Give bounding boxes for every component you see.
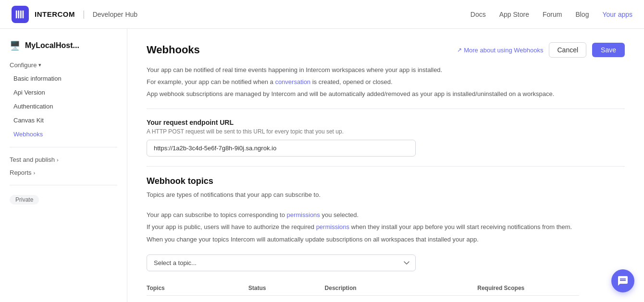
app-icon: 🖥️ (10, 40, 20, 51)
sidebar-divider-2 (10, 185, 117, 185)
sidebar: 🖥️ MyLocalHost... Configure ▾ Basic info… (0, 29, 127, 302)
sidebar-item-webhooks[interactable]: Webhooks (0, 127, 127, 141)
nav-blog[interactable]: Blog (575, 11, 589, 18)
pipe-divider: | (83, 9, 85, 19)
reports-arrow: › (34, 170, 36, 176)
page-title: Webhooks (147, 44, 200, 56)
configure-section[interactable]: Configure ▾ (0, 59, 127, 72)
more-about-webhooks-link[interactable]: ↗ More about using Webhooks (457, 47, 543, 54)
private-badge: Private (10, 195, 39, 205)
header: INTERCOM | Developer Hub Docs App Store … (0, 0, 644, 29)
col-required-scopes: Required Scopes (477, 285, 579, 291)
svg-rect-1 (18, 10, 19, 18)
sidebar-item-basic-information[interactable]: Basic information (0, 72, 127, 85)
nav-yourapps[interactable]: Your apps (602, 11, 632, 18)
topics-desc-3: If your app is public, users will have t… (147, 222, 625, 232)
chat-button[interactable] (611, 269, 634, 292)
select-topic-dropdown[interactable]: Select a topic... (147, 254, 416, 271)
configure-arrow: ▾ (38, 62, 41, 68)
brand-name: INTERCOM (35, 10, 75, 18)
external-link-icon: ↗ (457, 47, 462, 53)
description-1: Your app can be notified of real time ev… (147, 65, 625, 75)
sidebar-divider-1 (10, 147, 117, 147)
topics-desc-4: When you change your topics Intercom wil… (147, 235, 625, 244)
nav-appstore[interactable]: App Store (499, 11, 529, 18)
col-topics: Topics (147, 285, 248, 291)
section-divider-2 (147, 166, 625, 167)
sidebar-item-authentication[interactable]: Authentication (0, 99, 127, 113)
save-button[interactable]: Save (592, 43, 625, 57)
endpoint-sublabel: A HTTP POST request will be sent to this… (147, 128, 625, 135)
topics-section-title: Webhook topics (147, 176, 625, 186)
dev-hub-label: Developer Hub (93, 11, 137, 18)
conversation-link[interactable]: conversation (275, 78, 310, 85)
topics-table: Topics Status Description Required Scope… (147, 281, 579, 296)
sidebar-item-api-version[interactable]: Api Version (0, 85, 127, 99)
svg-rect-0 (16, 10, 17, 18)
test-publish-arrow: › (57, 157, 59, 163)
app-title-label: MyLocalHost... (25, 41, 79, 50)
permissions-link-1[interactable]: permissions (286, 211, 320, 218)
section-divider-1 (147, 109, 625, 109)
test-publish-section[interactable]: Test and publish › (0, 153, 127, 166)
sidebar-item-canvas-kit[interactable]: Canvas Kit (0, 113, 127, 127)
app-title: 🖥️ MyLocalHost... (0, 36, 127, 59)
configure-label: Configure (10, 61, 37, 69)
layout: 🖥️ MyLocalHost... Configure ▾ Basic info… (0, 29, 644, 302)
header-nav: Docs App Store Forum Blog Your apps (471, 11, 632, 18)
nav-docs[interactable]: Docs (471, 11, 486, 18)
nav-forum[interactable]: Forum (543, 11, 562, 18)
endpoint-url-input[interactable] (147, 140, 416, 157)
permissions-link-2[interactable]: permissions (316, 223, 349, 230)
topics-desc-2: Your app can subscribe to topics corresp… (147, 210, 625, 220)
description-2: For example, your app can be notified wh… (147, 77, 625, 87)
cancel-button[interactable]: Cancel (549, 42, 586, 58)
topics-desc-1: Topics are types of notifications that y… (147, 190, 625, 200)
col-status: Status (248, 285, 325, 291)
logo-icon (12, 6, 29, 23)
header-actions: ↗ More about using Webhooks Cancel Save (457, 42, 625, 58)
topics-table-header: Topics Status Description Required Scope… (147, 281, 579, 296)
reports-label: Reports (10, 169, 32, 176)
col-description: Description (325, 285, 478, 291)
description-3: App webhook subscriptions are managed by… (147, 89, 625, 99)
test-publish-label: Test and publish (10, 156, 55, 163)
svg-rect-3 (23, 10, 24, 18)
more-link-text: More about using Webhooks (464, 47, 543, 54)
header-left: INTERCOM | Developer Hub (12, 6, 137, 23)
page-header: Webhooks ↗ More about using Webhooks Can… (147, 42, 625, 58)
main-content: Webhooks ↗ More about using Webhooks Can… (127, 29, 644, 302)
endpoint-label: Your request endpoint URL (147, 119, 625, 126)
reports-section[interactable]: Reports › (0, 166, 127, 179)
svg-rect-2 (20, 10, 22, 18)
